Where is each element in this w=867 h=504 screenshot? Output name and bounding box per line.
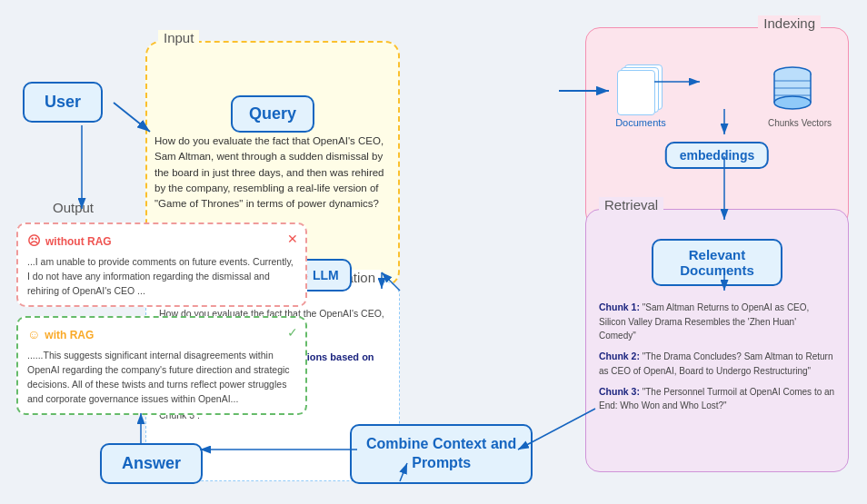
without-rag-card: ☹ without RAG ✕ ...I am unable to provid…: [16, 222, 307, 307]
without-rag-label: without RAG: [45, 233, 112, 250]
happy-face-icon: ☺: [27, 325, 40, 344]
chunks-label: Chunks Vectors: [768, 118, 832, 128]
user-box[interactable]: User: [23, 82, 103, 123]
output-section: Output ☹ without RAG ✕ ...I am unable to…: [16, 200, 307, 415]
documents-label: Documents: [613, 117, 668, 128]
retrieval-label: Retrieval: [599, 197, 663, 212]
chunk-1-item: Chunk 1: "Sam Altman Returns to OpenAI a…: [595, 301, 839, 342]
query-box: Query: [231, 95, 314, 133]
with-rag-card: ☺ with RAG ✓ ......This suggests signifi…: [16, 316, 307, 415]
svg-point-2: [774, 96, 811, 109]
user-to-query-arrow: [114, 103, 150, 132]
chunks-area: Chunks Vectors: [768, 64, 832, 128]
without-rag-text: ...I am unable to provide comments on fu…: [27, 255, 296, 298]
chunk-3-bold: Chunk 3:: [599, 386, 640, 397]
check-icon: ✓: [287, 323, 298, 342]
with-rag-header: ☺ with RAG: [27, 325, 296, 344]
without-rag-header: ☹ without RAG: [27, 232, 296, 251]
chunk-2-item: Chunk 2: "The Drama Concludes? Sam Altma…: [595, 350, 839, 378]
query-button[interactable]: Query: [231, 95, 314, 133]
doc-page-1: [617, 70, 655, 115]
output-label: Output: [53, 200, 307, 215]
answer-button[interactable]: Answer: [100, 443, 203, 484]
chunk-3-item: Chunk 3: "The Personnel Turmoil at OpenA…: [595, 385, 839, 413]
relevant-documents-box: Relevant Documents: [652, 239, 782, 286]
cylinder-icon: [768, 64, 818, 114]
embeddings-box: embeddings: [665, 142, 769, 169]
embeddings-button[interactable]: embeddings: [665, 142, 769, 169]
combine-button[interactable]: Combine Context and Prompts: [350, 424, 533, 484]
document-stack: [613, 64, 668, 114]
combine-box-wrapper: Combine Context and Prompts: [350, 424, 533, 484]
chunk-1-bold: Chunk 1:: [599, 301, 640, 312]
indexing-label: Indexing: [758, 15, 821, 31]
relevant-docs-button[interactable]: Relevant Documents: [652, 239, 782, 286]
chunk-2-bold: Chunk 2:: [599, 351, 640, 361]
with-rag-label: with RAG: [45, 327, 94, 343]
combine-line1: Combine Context and: [366, 436, 516, 451]
documents-area: Documents: [613, 64, 668, 128]
user-label: User: [45, 93, 81, 111]
section-retrieval: Retrieval Relevant Documents Chunk 1: "S…: [585, 209, 849, 472]
with-rag-text: ......This suggests significant internal…: [27, 349, 296, 406]
answer-box-wrapper: Answer: [100, 443, 203, 484]
chunks-list: Chunk 1: "Sam Altman Returns to OpenAI a…: [595, 301, 839, 420]
combine-line2: Prompts: [412, 455, 471, 470]
input-label: Input: [158, 30, 199, 45]
sad-face-icon: ☹: [27, 232, 41, 251]
diagram-container: Input Query How do you evaluate the fact…: [0, 0, 867, 504]
llm-label: LLM: [313, 268, 339, 282]
close-icon: ✕: [287, 230, 298, 249]
